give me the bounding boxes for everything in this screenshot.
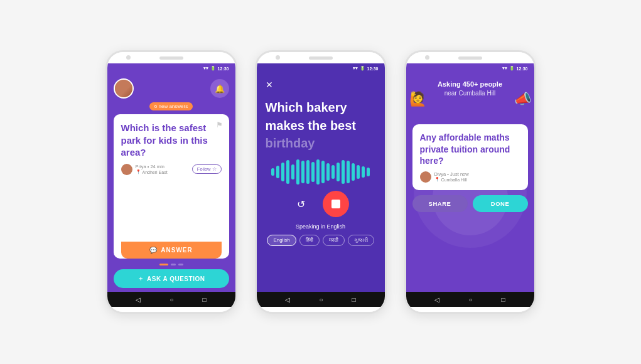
card-question-1: Which is the safest park for kids in thi… (121, 122, 222, 159)
signal-icon-1: ▾▾ (203, 66, 208, 71)
phone3-body: Asking 450+ people near Cumballa Hill 🙋 … (406, 73, 534, 292)
back-nav-1[interactable]: ◁ (136, 296, 141, 303)
recents-nav-3[interactable]: □ (501, 296, 505, 303)
plus-icon: ＋ (137, 274, 144, 283)
wave-bar (321, 161, 325, 183)
card-meta-1: Priya • 24 min 📍 Andheri East Follow ☆ (121, 164, 222, 175)
question-card-3: Any affordable maths private tuition aro… (412, 124, 528, 190)
meta-info-1: Priya • 24 min 📍 Andheri East (136, 164, 168, 174)
page-dots (159, 264, 183, 265)
redo-button[interactable]: ↺ (293, 195, 310, 213)
dot-active (159, 264, 168, 265)
battery-icon-2: 🔋 (360, 66, 365, 71)
voice-question: Which bakery makes the best birthday (266, 100, 376, 151)
voice-question-line1: Which bakery (266, 100, 376, 115)
ask-question-button[interactable]: ＋ ASK A QUESTION (114, 269, 229, 288)
stop-button[interactable] (323, 191, 349, 217)
waveform (266, 159, 376, 185)
battery-icon-1: 🔋 (210, 66, 216, 71)
time-3: 12:30 (517, 67, 528, 71)
back-nav-2[interactable]: ◁ (285, 296, 290, 303)
wave-bar (362, 166, 365, 178)
time-2: 12:30 (367, 67, 379, 71)
wave-bar (357, 165, 360, 179)
asking-header: Asking 450+ people near Cumballa Hill (406, 73, 534, 100)
phone-bottom-edge-1 (107, 307, 235, 312)
lang-pill-hindi[interactable]: हिंदी (299, 235, 320, 246)
phones-container: ▾▾ 🔋 12:30 🔔 6 new answers ⚑ Which is th… (93, 38, 549, 326)
location-pin-icon-1: 📍 (136, 169, 141, 174)
wave-bar (291, 164, 294, 179)
phone1-header: 🔔 (107, 73, 235, 102)
phone1-footer: ＋ ASK A QUESTION (107, 259, 235, 292)
phone-bottom-2: ◁ ○ □ (257, 292, 385, 307)
location-pin-icon-3: 📍 (434, 177, 440, 182)
phone2-body: ✕ Which bakery makes the best birthday ↺… (257, 73, 385, 292)
wave-bar (296, 159, 299, 185)
wave-bar (276, 166, 279, 178)
dot-inactive-2 (178, 264, 183, 265)
meta-location-1: 📍 Andheri East (136, 169, 168, 174)
close-button[interactable]: ✕ (266, 80, 376, 90)
phone-camera-1 (126, 55, 131, 60)
voice-controls: ↺ (266, 191, 376, 217)
wave-bar (306, 160, 310, 184)
phone3-meta: Divya • Just now 📍 Cumballa Hill (420, 171, 520, 183)
status-icons-1: ▾▾ 🔋 12:30 (203, 66, 229, 71)
lang-pill-gujarati[interactable]: ગુજ઼ારી (348, 235, 374, 246)
signal-icon-3: ▾▾ (502, 66, 507, 71)
status-bar-1: ▾▾ 🔋 12:30 (107, 63, 235, 73)
flag-icon[interactable]: ⚑ (216, 120, 223, 129)
follow-button-1[interactable]: Follow ☆ (192, 164, 222, 174)
voice-placeholder: birthday (266, 136, 376, 151)
wave-bar (367, 168, 370, 176)
status-icons-3: ▾▾ 🔋 12:30 (502, 66, 528, 71)
avatar-1 (114, 78, 134, 99)
phone-bottom-edge-3 (406, 307, 534, 312)
phone-camera-2 (276, 55, 280, 60)
signal-icon-2: ▾▾ (353, 66, 358, 71)
home-nav-2[interactable]: ○ (319, 296, 323, 303)
star-icon-1: ☆ (212, 166, 217, 172)
phone-bottom-1: ◁ ○ □ (107, 292, 235, 307)
status-bar-3: ▾▾ 🔋 12:30 (406, 63, 534, 73)
voice-question-line2: makes the best (266, 118, 376, 134)
lang-pill-english[interactable]: English (267, 235, 296, 246)
home-nav-3[interactable]: ○ (468, 296, 472, 303)
language-pills: English हिंदी मराठी ગુજ઼ારી (266, 235, 376, 246)
home-nav-1[interactable]: ○ (170, 296, 173, 303)
phone-1: ▾▾ 🔋 12:30 🔔 6 new answers ⚑ Which is th… (105, 50, 237, 314)
question-card-1: ⚑ Which is the safest park for kids in t… (114, 114, 229, 259)
phone-speaker-1 (159, 56, 183, 60)
avatar-img-1 (115, 80, 132, 97)
phone-2: ▾▾ 🔋 12:30 ✕ Which bakery makes the best… (255, 50, 387, 314)
answer-button[interactable]: 💬 ANSWER (121, 242, 222, 259)
phone-bottom-edge-2 (257, 307, 385, 312)
wave-bar (271, 168, 274, 176)
phone-top-bar-3 (406, 52, 534, 63)
status-icons-2: ▾▾ 🔋 12:30 (353, 66, 379, 71)
wave-bar (352, 163, 355, 181)
phone-top-bar-1 (107, 52, 235, 63)
wave-bar (331, 165, 335, 179)
back-nav-3[interactable]: ◁ (434, 296, 439, 303)
dot-inactive-1 (171, 264, 176, 265)
phone-top-bar-2 (257, 52, 385, 63)
new-answers-badge: 6 new answers (149, 102, 193, 110)
chat-icon: 💬 (149, 247, 158, 254)
recents-nav-1[interactable]: □ (202, 296, 206, 303)
recents-nav-2[interactable]: □ (352, 296, 355, 303)
phone-speaker-3 (458, 56, 482, 60)
lang-pill-marathi[interactable]: मराठी (323, 235, 345, 246)
wave-bar (347, 161, 350, 183)
share-button[interactable]: SHARE (412, 195, 468, 212)
bell-button[interactable]: 🔔 (210, 79, 229, 98)
wave-bar (286, 160, 289, 184)
battery-icon-3: 🔋 (509, 66, 515, 71)
meta-info-3: Divya • Just now 📍 Cumballa Hill (434, 171, 469, 182)
done-button[interactable]: DONE (473, 195, 528, 212)
phone3-footer: SHARE DONE (406, 190, 534, 217)
wave-bar (281, 163, 284, 181)
phone1-body: 🔔 6 new answers ⚑ Which is the safest pa… (107, 73, 235, 292)
wave-bar (326, 163, 330, 181)
